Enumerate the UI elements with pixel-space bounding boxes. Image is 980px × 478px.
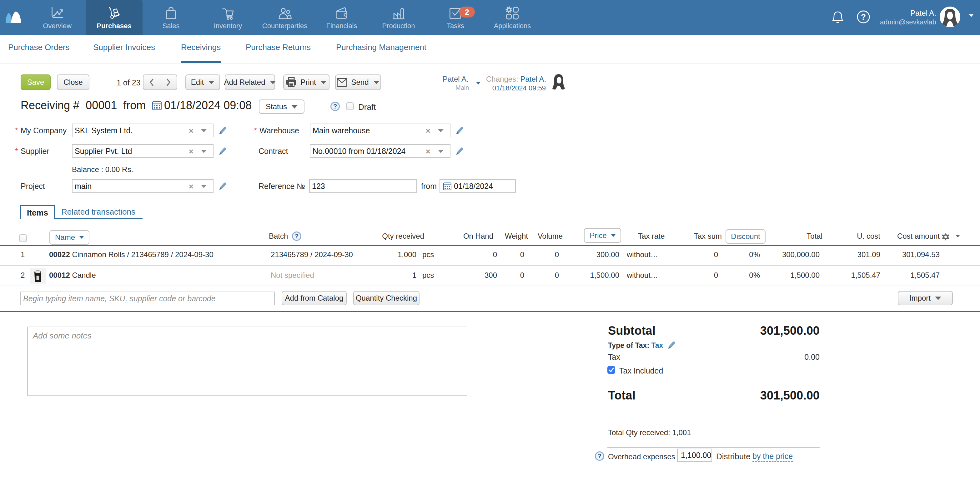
svg-text:?: ? <box>861 12 866 22</box>
